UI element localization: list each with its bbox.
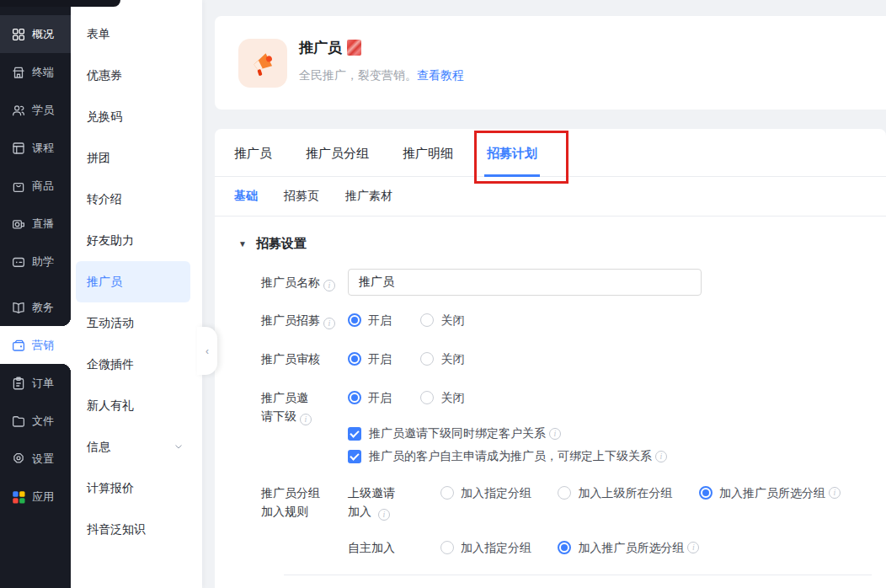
submenu-item-forms[interactable]: 表单 xyxy=(71,13,202,55)
gear-icon xyxy=(11,452,26,467)
learning-aid-icon xyxy=(11,254,26,270)
video-camera-icon xyxy=(11,216,26,232)
rail-item-courses[interactable]: 课程 xyxy=(0,129,71,167)
megaphone-icon xyxy=(238,39,287,88)
checkbox-checked-icon[interactable] xyxy=(348,450,361,463)
tab-promotion-details[interactable]: 推广明细 xyxy=(403,129,453,177)
page-subtitle: 全民推广，裂变营销。查看教程 xyxy=(299,68,464,83)
field-label: 推广员审核 xyxy=(261,350,348,369)
section-title: 招募设置 xyxy=(256,236,307,252)
field-label: 推广员邀请下级i xyxy=(261,388,315,464)
radio-join-specified-group[interactable]: 加入指定分组 xyxy=(440,484,531,502)
info-icon[interactable]: i xyxy=(829,487,841,499)
rail-item-goods[interactable]: 商品 xyxy=(0,167,71,205)
submenu-item-wecom-plugin[interactable]: 企微插件 xyxy=(71,344,202,385)
field-label: 推广员名称i xyxy=(261,269,348,296)
rail-item-files[interactable]: 文件 xyxy=(0,402,71,440)
row-promoter-recruit: 推广员招募i 开启 关闭 xyxy=(261,311,872,330)
rail-label: 助学 xyxy=(32,254,54,270)
field-label: 推广员招募i xyxy=(261,311,348,330)
submenu-item-interactive[interactable]: 互动活动 xyxy=(71,302,202,344)
info-icon[interactable]: i xyxy=(323,280,335,291)
rail-label: 营销 xyxy=(32,338,54,353)
rail-item-terminal[interactable]: 终端 xyxy=(0,53,71,91)
info-icon[interactable]: i xyxy=(549,428,561,440)
info-icon[interactable]: i xyxy=(323,318,335,329)
submenu-item-group-buy[interactable]: 拼团 xyxy=(71,137,202,179)
radio-join-promoter-chosen-group[interactable]: 加入推广员所选分组i xyxy=(699,484,841,502)
wallet-icon xyxy=(11,338,26,353)
dashboard-icon xyxy=(11,27,26,42)
row-group-join-rules: 推广员分组加入规则 上级邀请加入 i 加入指定分组 加入上级所在分组 加入推广员… xyxy=(261,484,872,558)
rail-item-assist[interactable]: 助学 xyxy=(0,243,71,281)
info-icon[interactable]: i xyxy=(378,509,390,521)
submenu-item-quote-calc[interactable]: 计算报价 xyxy=(71,468,202,509)
info-icon[interactable]: i xyxy=(300,414,312,425)
checkbox-checked-icon[interactable] xyxy=(348,427,361,441)
rail-item-settings[interactable]: 设置 xyxy=(0,440,71,478)
radio-selected-icon xyxy=(348,391,361,404)
rail-label: 订单 xyxy=(32,376,54,391)
promoter-tab-card: 推广员 推广员分组 推广明细 招募计划 基础 招募页 推广素材 ▼ 招募设置 推… xyxy=(215,129,886,588)
rail-item-overview[interactable]: 概况 xyxy=(0,15,71,53)
info-icon[interactable]: i xyxy=(655,451,667,462)
row-superior-invite-join: 上级邀请加入 i 加入指定分组 加入上级所在分组 加入推广员所选分组i xyxy=(348,484,872,521)
rail-item-orders[interactable]: 订单 xyxy=(0,364,71,402)
radio-selected-icon xyxy=(558,541,571,554)
checkbox-self-apply[interactable]: 推广员的客户自主申请成为推广员，可绑定上下级关系 i xyxy=(348,449,872,464)
section-divider xyxy=(284,575,872,575)
submenu-item-redeem-codes[interactable]: 兑换码 xyxy=(71,96,202,137)
subtab-promo-material[interactable]: 推广素材 xyxy=(345,189,392,204)
radio-selected-icon xyxy=(699,486,713,500)
tab-recruit-plan[interactable]: 招募计划 xyxy=(487,129,537,177)
storefront-icon xyxy=(11,65,26,80)
top-dark-strip xyxy=(0,0,120,7)
promoter-name-input[interactable] xyxy=(348,269,702,296)
section-recruit-settings[interactable]: ▼ 招募设置 xyxy=(238,236,872,252)
submenu-item-promoter[interactable]: 推广员 xyxy=(76,261,190,302)
chevron-down-icon xyxy=(173,441,184,454)
primary-sidebar: 概况 终端 学员 课程 商品 直播 助学 教务 xyxy=(0,0,71,588)
info-icon[interactable]: i xyxy=(687,542,699,553)
radio-self-join-promoter-chosen-group[interactable]: 加入推广员所选分组i xyxy=(558,538,699,557)
sub-field-label: 上级邀请加入 i xyxy=(348,484,440,521)
radio-review-off[interactable]: 关闭 xyxy=(420,350,464,368)
tab-promoter-groups[interactable]: 推广员分组 xyxy=(306,129,369,177)
subtab-basic[interactable]: 基础 xyxy=(234,189,258,204)
radio-icon xyxy=(440,486,454,500)
submenu-item-douyin-knowledge[interactable]: 抖音泛知识 xyxy=(71,509,202,550)
radio-invite-on[interactable]: 开启 xyxy=(348,388,392,407)
submenu-item-messages[interactable]: 信息 xyxy=(71,426,202,468)
submenu-item-referral[interactable]: 转介绍 xyxy=(71,179,202,220)
radio-self-join-specified-group[interactable]: 加入指定分组 xyxy=(440,538,531,557)
rail-label: 教务 xyxy=(32,300,54,315)
page-title: 推广员 xyxy=(299,38,342,57)
submenu-item-newcomer-gift[interactable]: 新人有礼 xyxy=(71,385,202,426)
rail-item-marketing[interactable]: 营销 xyxy=(0,326,71,364)
row-promoter-review: 推广员审核 开启 关闭 xyxy=(261,350,872,369)
radio-icon xyxy=(558,486,571,500)
radio-join-superior-group[interactable]: 加入上级所在分组 xyxy=(558,484,672,502)
rail-label: 课程 xyxy=(32,141,54,156)
radio-icon xyxy=(420,352,434,366)
submenu-item-coupons[interactable]: 优惠券 xyxy=(71,55,202,96)
submenu-item-friend-boost[interactable]: 好友助力 xyxy=(71,220,202,261)
sidebar-collapse-handle[interactable]: ‹ xyxy=(197,327,217,375)
field-label: 推广员分组加入规则 xyxy=(261,484,322,558)
tab-promoter[interactable]: 推广员 xyxy=(234,129,272,177)
rail-item-academics[interactable]: 教务 xyxy=(0,288,71,326)
apps-colored-icon xyxy=(11,489,26,505)
rail-item-students[interactable]: 学员 xyxy=(0,91,71,129)
view-tutorial-link[interactable]: 查看教程 xyxy=(417,68,464,82)
rail-item-apps[interactable]: 应用 xyxy=(0,478,71,516)
radio-selected-icon xyxy=(348,313,361,327)
radio-recruit-off[interactable]: 关闭 xyxy=(420,311,464,329)
subtab-recruit-page[interactable]: 招募页 xyxy=(284,189,319,204)
radio-review-on[interactable]: 开启 xyxy=(348,350,392,368)
rail-label: 设置 xyxy=(32,452,54,467)
radio-recruit-on[interactable]: 开启 xyxy=(348,311,392,329)
rail-item-live[interactable]: 直播 xyxy=(0,205,71,243)
row-self-join: 自主加入 加入指定分组 加入推广员所选分组i xyxy=(348,538,872,558)
radio-invite-off[interactable]: 关闭 xyxy=(420,388,464,407)
checkbox-bind-customer[interactable]: 推广员邀请下级同时绑定客户关系 i xyxy=(348,426,872,441)
